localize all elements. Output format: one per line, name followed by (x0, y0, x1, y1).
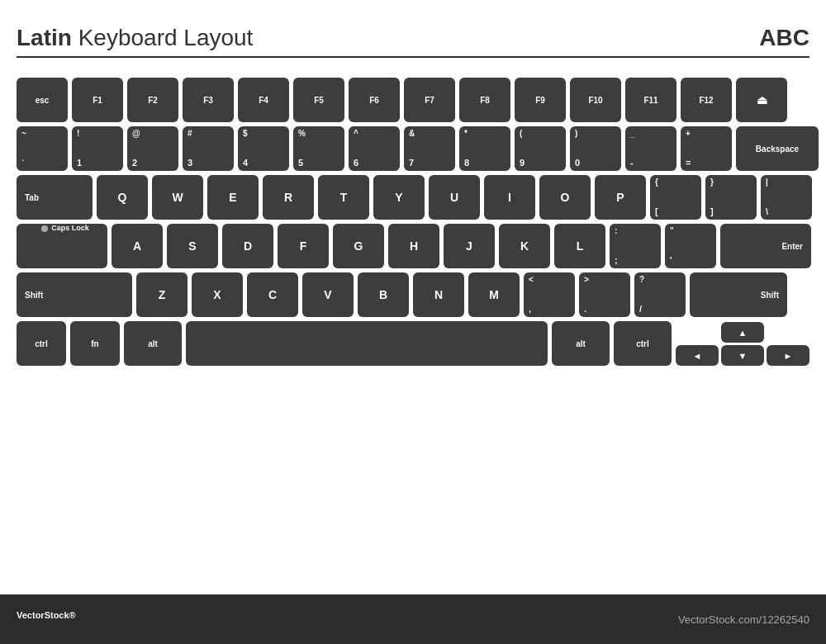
esc-key[interactable]: esc (17, 78, 68, 122)
alt-right-key[interactable]: alt (552, 321, 610, 366)
f8-key[interactable]: F8 (459, 78, 510, 122)
qwerty-row: Tab Q W E R T Y U I O P {[ }] |\ (17, 175, 809, 220)
footer: VectorStock® VectorStock.com/12262540 (0, 594, 826, 644)
shift-left-key[interactable]: Shift (17, 272, 132, 317)
v-key[interactable]: V (302, 272, 354, 317)
f5-key[interactable]: F5 (293, 78, 344, 122)
capslock-indicator (41, 225, 48, 232)
7-key[interactable]: &7 (404, 126, 455, 171)
0-key[interactable]: )0 (570, 126, 621, 171)
tilde-key[interactable]: ~` (17, 126, 68, 171)
equals-key[interactable]: += (681, 126, 732, 171)
rbracket-key[interactable]: }] (705, 175, 757, 220)
period-key[interactable]: >. (579, 272, 630, 317)
f9-key[interactable]: F9 (515, 78, 566, 122)
f-key[interactable]: F (278, 224, 329, 268)
f11-key[interactable]: F11 (625, 78, 676, 122)
bottom-row: ctrl fn alt alt ctrl ▲ ◄ ▼ ► (17, 321, 809, 366)
ctrl-right-key[interactable]: ctrl (614, 321, 672, 366)
p-key[interactable]: P (595, 175, 646, 220)
6-key[interactable]: ^6 (349, 126, 400, 171)
zxcv-row: Shift Z X C V B N M <, >. ?/ Shift (17, 272, 809, 317)
9-key[interactable]: (9 (515, 126, 566, 171)
backspace-key[interactable]: Backspace (736, 126, 819, 171)
space-key[interactable] (186, 321, 548, 366)
arrow-left-key[interactable]: ◄ (676, 345, 719, 366)
a-key[interactable]: A (112, 224, 163, 268)
4-key[interactable]: $4 (238, 126, 289, 171)
3-key[interactable]: #3 (183, 126, 234, 171)
backslash-key[interactable]: |\ (761, 175, 812, 220)
page-title: Latin Keyboard Layout (17, 25, 253, 51)
title-regular: Keyboard Layout (78, 25, 254, 50)
f4-key[interactable]: F4 (238, 78, 289, 122)
2-key[interactable]: @2 (127, 126, 178, 171)
g-key[interactable]: G (333, 224, 384, 268)
keyboard: esc F1 F2 F3 F4 F5 F6 F7 F8 F9 F10 F11 F… (17, 78, 809, 366)
alt-left-key[interactable]: alt (124, 321, 182, 366)
capslock-key[interactable]: Caps Lock (17, 224, 107, 268)
i-key[interactable]: I (484, 175, 535, 220)
tab-key[interactable]: Tab (17, 175, 93, 220)
q-key[interactable]: Q (97, 175, 148, 220)
shift-right-key[interactable]: Shift (690, 272, 787, 317)
m-key[interactable]: M (468, 272, 520, 317)
s-key[interactable]: S (167, 224, 218, 268)
f3-key[interactable]: F3 (183, 78, 234, 122)
main-content: Latin Keyboard Layout ABC esc F1 F2 F3 F… (0, 0, 826, 594)
l-key[interactable]: L (554, 224, 605, 268)
x-key[interactable]: X (192, 272, 243, 317)
arrow-cluster: ▲ ◄ ▼ ► (676, 322, 809, 366)
j-key[interactable]: J (444, 224, 495, 268)
eject-key[interactable]: ⏏ (736, 78, 787, 122)
quote-key[interactable]: "' (665, 224, 716, 268)
y-key[interactable]: Y (373, 175, 425, 220)
title-area: Latin Keyboard Layout ABC (17, 25, 809, 58)
f7-key[interactable]: F7 (404, 78, 455, 122)
f2-key[interactable]: F2 (127, 78, 178, 122)
arrow-down-key[interactable]: ▼ (721, 345, 764, 366)
8-key[interactable]: *8 (459, 126, 510, 171)
number-row: ~` !1 @2 #3 $4 %5 ^6 &7 *8 (9 )0 _- += B… (17, 126, 809, 171)
enter-key[interactable]: Enter (720, 224, 811, 268)
asdf-row: Caps Lock A S D F G H J K L :; "' Enter (17, 224, 809, 268)
f1-key[interactable]: F1 (72, 78, 123, 122)
semicolon-key[interactable]: :; (610, 224, 661, 268)
k-key[interactable]: K (499, 224, 550, 268)
z-key[interactable]: Z (136, 272, 188, 317)
h-key[interactable]: H (388, 224, 439, 268)
footer-logo-text: VectorStock (17, 610, 69, 620)
slash-key[interactable]: ?/ (634, 272, 686, 317)
arrow-right-key[interactable]: ► (767, 345, 809, 366)
registered-mark: ® (69, 610, 76, 620)
e-key[interactable]: E (207, 175, 259, 220)
n-key[interactable]: N (413, 272, 464, 317)
b-key[interactable]: B (358, 272, 409, 317)
r-key[interactable]: R (263, 175, 314, 220)
u-key[interactable]: U (429, 175, 480, 220)
d-key[interactable]: D (222, 224, 273, 268)
arrow-up-key[interactable]: ▲ (721, 322, 764, 343)
abc-label: ABC (759, 25, 809, 51)
minus-key[interactable]: _- (625, 126, 676, 171)
5-key[interactable]: %5 (293, 126, 344, 171)
function-row: esc F1 F2 F3 F4 F5 F6 F7 F8 F9 F10 F11 F… (17, 78, 809, 122)
vectorstock-logo: VectorStock® (17, 610, 76, 628)
lbracket-key[interactable]: {[ (650, 175, 701, 220)
o-key[interactable]: O (539, 175, 591, 220)
1-key[interactable]: !1 (72, 126, 123, 171)
f12-key[interactable]: F12 (681, 78, 732, 122)
w-key[interactable]: W (152, 175, 203, 220)
comma-key[interactable]: <, (524, 272, 575, 317)
f6-key[interactable]: F6 (349, 78, 400, 122)
c-key[interactable]: C (247, 272, 298, 317)
footer-url: VectorStock.com/12262540 (678, 613, 809, 626)
f10-key[interactable]: F10 (570, 78, 621, 122)
title-bold: Latin (17, 25, 72, 50)
t-key[interactable]: T (318, 175, 369, 220)
fn-key[interactable]: fn (70, 321, 120, 366)
ctrl-left-key[interactable]: ctrl (17, 321, 66, 366)
